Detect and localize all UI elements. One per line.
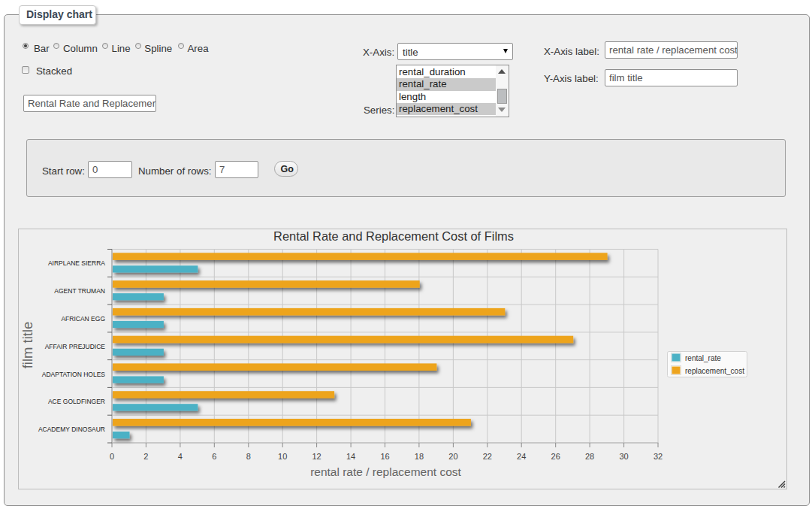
svg-text:30: 30 (619, 452, 628, 461)
svg-text:24: 24 (517, 452, 526, 461)
svg-text:AIRPLANE SIERRA: AIRPLANE SIERRA (48, 259, 105, 267)
svg-text:AFRICAN EGG: AFRICAN EGG (61, 315, 105, 323)
svg-text:rental_rate: rental_rate (685, 354, 721, 362)
svg-text:0: 0 (110, 452, 114, 461)
svg-text:AFFAIR PREJUDICE: AFFAIR PREJUDICE (45, 343, 106, 350)
svg-text:26: 26 (551, 452, 560, 461)
svg-text:film title: film title (20, 322, 35, 369)
svg-text:14: 14 (346, 452, 355, 461)
svg-text:replacement_cost: replacement_cost (685, 367, 744, 375)
svg-text:6: 6 (212, 452, 216, 461)
svg-text:rental rate / replacement cost: rental rate / replacement cost (310, 465, 461, 478)
svg-text:8: 8 (246, 452, 251, 461)
svg-text:4: 4 (178, 452, 183, 461)
svg-text:16: 16 (380, 452, 389, 461)
svg-text:ACADEMY DINOSAUR: ACADEMY DINOSAUR (38, 426, 105, 433)
svg-text:Rental Rate and Replacement Co: Rental Rate and Replacement Cost of Film… (273, 229, 514, 243)
svg-text:ADAPTATION HOLES: ADAPTATION HOLES (42, 371, 106, 378)
svg-text:2: 2 (143, 452, 148, 461)
svg-text:32: 32 (654, 452, 663, 461)
svg-text:12: 12 (312, 452, 321, 461)
svg-text:AGENT TRUMAN: AGENT TRUMAN (54, 287, 105, 295)
svg-text:18: 18 (415, 452, 424, 461)
svg-text:22: 22 (483, 452, 492, 461)
svg-text:28: 28 (585, 452, 594, 461)
svg-text:20: 20 (448, 452, 457, 461)
svg-text:ACE GOLDFINGER: ACE GOLDFINGER (48, 398, 105, 405)
svg-text:10: 10 (278, 452, 287, 461)
